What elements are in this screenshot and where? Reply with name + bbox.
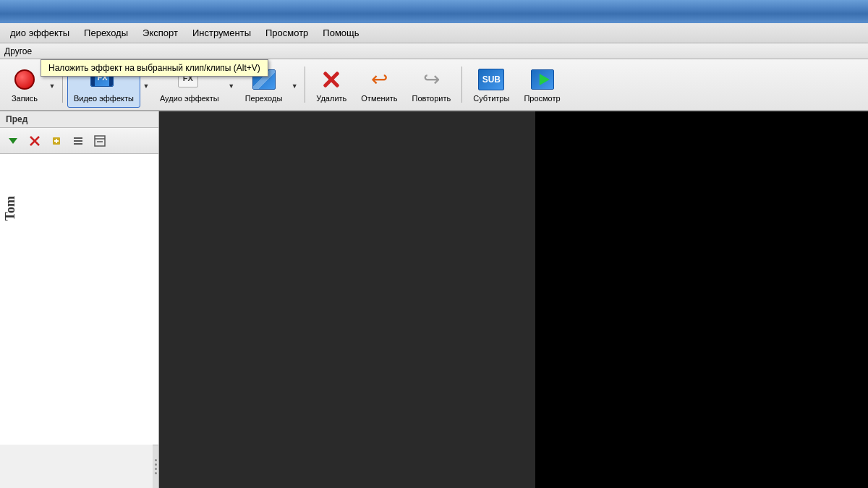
- menu-item-view[interactable]: Просмотр: [258, 26, 315, 40]
- menu-item-tools[interactable]: Инструменты: [185, 26, 258, 40]
- panel-down-btn[interactable]: [3, 132, 23, 150]
- redo-button[interactable]: ↪ Повторить: [406, 61, 458, 108]
- menu-item-audio-effects[interactable]: дио эффекты: [3, 26, 77, 40]
- dropdown-arrow-icon-3: ▼: [228, 82, 234, 90]
- record-label: Запись: [12, 94, 38, 103]
- content-area: Пред: [0, 111, 868, 488]
- subtitles-label: Субтитры: [473, 94, 509, 103]
- panel-add-btn[interactable]: [46, 132, 67, 150]
- undo-label: Отменить: [361, 94, 397, 103]
- delete-icon: [318, 67, 344, 93]
- panel-collapse-btn[interactable]: [90, 132, 110, 150]
- left-panel-title: Пред: [6, 114, 27, 124]
- left-panel-content: Tom: [0, 154, 158, 445]
- grip-handle[interactable]: [153, 445, 158, 488]
- svg-marker-0: [9, 138, 17, 144]
- separator-2: [305, 67, 305, 103]
- tom-label: Tom: [0, 190, 21, 226]
- remove-icon: [29, 135, 41, 147]
- redo-icon: ↪: [418, 67, 444, 93]
- preview-toolbar-button[interactable]: Просмотр: [517, 61, 566, 108]
- delete-button[interactable]: Удалить: [310, 61, 353, 108]
- grip-dot-1: [155, 459, 157, 461]
- svg-rect-6: [74, 137, 82, 139]
- svg-rect-8: [74, 143, 82, 145]
- tooltip: Наложить эффект на выбранный клип/клипы …: [41, 59, 268, 77]
- main-toolbar: Запись ▼ FX Видео эффекты ▼: [0, 59, 868, 111]
- subtitles-button[interactable]: SUB Субтитры: [467, 61, 516, 108]
- undo-icon: ↩: [366, 67, 392, 93]
- preview-right: [535, 111, 868, 488]
- collapse-icon: [94, 135, 106, 147]
- undo-button[interactable]: ↩ Отменить: [354, 61, 404, 108]
- left-panel: Пред: [0, 111, 159, 488]
- video-fx-label: Видео эффекты: [74, 94, 134, 103]
- record-icon: [12, 67, 38, 93]
- subtitles-icon: SUB: [478, 67, 504, 93]
- transitions-dropdown[interactable]: ▼: [289, 61, 300, 108]
- delete-label: Удалить: [316, 94, 346, 103]
- left-panel-toolbar: [0, 128, 158, 154]
- dropdown-arrow-icon-4: ▼: [292, 82, 298, 90]
- svg-rect-9: [95, 136, 105, 146]
- preview-area: [159, 111, 868, 488]
- dropdown-arrow-icon: ▼: [49, 82, 56, 90]
- title-bar: [0, 0, 868, 23]
- separator-3: [461, 67, 462, 103]
- transitions-label: Переходы: [245, 94, 283, 103]
- add-icon: [51, 135, 62, 147]
- toolbar-category-label: Другое: [4, 46, 32, 56]
- audio-fx-label: Аудио эффекты: [160, 94, 219, 103]
- preview-icon: [529, 67, 556, 93]
- left-panel-header: Пред: [0, 111, 158, 128]
- grip-dot-3: [155, 468, 157, 470]
- panel-remove-btn[interactable]: [25, 132, 45, 150]
- tooltip-text: Наложить эффект на выбранный клип/клипы …: [48, 63, 260, 73]
- preview-main: [159, 111, 535, 488]
- menu-item-transitions[interactable]: Переходы: [77, 26, 135, 40]
- menu-item-export[interactable]: Экспорт: [135, 26, 185, 40]
- menu-bar: дио эффекты Переходы Экспорт Инструменты…: [0, 23, 868, 43]
- panel-list-btn[interactable]: [68, 132, 88, 150]
- record-button[interactable]: Запись: [3, 61, 46, 108]
- preview-label: Просмотр: [524, 94, 560, 103]
- down-arrow-icon: [7, 135, 19, 147]
- menu-item-help[interactable]: Помощь: [315, 26, 366, 40]
- redo-label: Повторить: [412, 94, 451, 103]
- dropdown-arrow-icon-2: ▼: [142, 82, 149, 90]
- grip-dot-2: [155, 463, 157, 466]
- svg-rect-7: [74, 140, 82, 142]
- grip-dot-4: [155, 472, 157, 474]
- list-icon: [72, 135, 84, 147]
- toolbar-label-bar: Другое: [0, 43, 868, 59]
